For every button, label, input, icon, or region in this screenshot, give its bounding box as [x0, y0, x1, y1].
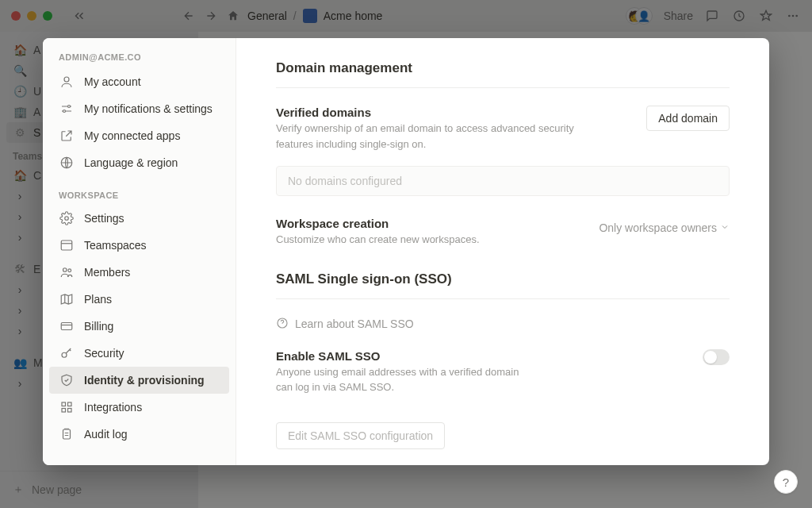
- sidebar-item-teamspaces[interactable]: Teamspaces: [49, 232, 229, 259]
- external-link-icon: [59, 128, 75, 144]
- sidebar-item-members[interactable]: Members: [49, 259, 229, 286]
- svg-rect-16: [62, 409, 66, 413]
- sidebar-item-label: Audit log: [84, 428, 127, 441]
- svg-point-13: [62, 352, 67, 357]
- help-circle-icon: [276, 317, 289, 332]
- teamspace-icon: [59, 237, 75, 253]
- grid-icon: [59, 399, 75, 415]
- sidebar-section-workspace: WORKSPACE: [49, 176, 229, 205]
- people-icon: [59, 264, 75, 280]
- sidebar-item-label: Settings: [84, 212, 124, 225]
- verified-domains-row: Verified domains Verify ownership of an …: [276, 106, 730, 152]
- select-value: Only workspace owners: [599, 221, 717, 234]
- svg-point-4: [64, 77, 69, 82]
- avatar-icon: [59, 74, 75, 90]
- workspace-creation-title: Workspace creation: [276, 217, 480, 230]
- shield-check-icon: [59, 372, 75, 388]
- sidebar-item-security[interactable]: Security: [49, 340, 229, 367]
- chevron-down-icon: [720, 221, 730, 234]
- settings-sidebar: ADMIN@ACME.CO My account My notification…: [43, 38, 236, 465]
- divider: [276, 87, 730, 88]
- gear-icon: [59, 210, 75, 226]
- sidebar-item-identity-provisioning[interactable]: Identity & provisioning: [49, 367, 229, 394]
- workspace-creation-row: Workspace creation Customize who can cre…: [276, 217, 730, 248]
- sidebar-item-label: My connected apps: [84, 129, 180, 142]
- sidebar-item-billing[interactable]: Billing: [49, 313, 229, 340]
- sidebar-item-integrations[interactable]: Integrations: [49, 394, 229, 421]
- svg-rect-14: [62, 402, 66, 406]
- sidebar-item-connected-apps[interactable]: My connected apps: [49, 122, 229, 149]
- workspace-creation-desc: Customize who can create new workspaces.: [276, 232, 480, 248]
- map-icon: [59, 291, 75, 307]
- sidebar-item-settings[interactable]: Settings: [49, 205, 229, 232]
- account-email-label: ADMIN@ACME.CO: [49, 52, 229, 68]
- sso-section: SAML Single sign-on (SSO) Learn about SA…: [276, 271, 730, 449]
- sso-title: SAML Single sign-on (SSO): [276, 271, 730, 287]
- domains-empty-state: No domains configured: [276, 166, 730, 196]
- sidebar-item-label: Plans: [84, 293, 112, 306]
- settings-content: Domain management Verified domains Verif…: [236, 38, 769, 465]
- sidebar-item-label: Identity & provisioning: [84, 374, 205, 387]
- globe-icon: [59, 155, 75, 171]
- sidebar-item-language[interactable]: Language & region: [49, 149, 229, 176]
- sidebar-item-label: My notifications & settings: [84, 102, 213, 115]
- svg-point-6: [63, 110, 66, 113]
- workspace-creation-select[interactable]: Only workspace owners: [599, 217, 730, 234]
- enable-sso-toggle[interactable]: [703, 349, 730, 365]
- svg-point-11: [68, 269, 71, 272]
- svg-point-10: [63, 268, 67, 272]
- page-title: Domain management: [276, 60, 730, 76]
- learn-sso-label: Learn about SAML SSO: [295, 318, 414, 330]
- clipboard-icon: [59, 426, 75, 442]
- enable-sso-desc: Anyone using email addresses with a veri…: [276, 364, 538, 395]
- svg-rect-17: [68, 409, 72, 413]
- sidebar-item-my-account[interactable]: My account: [49, 68, 229, 95]
- sidebar-item-label: Billing: [84, 320, 113, 333]
- svg-rect-12: [61, 323, 72, 330]
- divider: [276, 298, 730, 299]
- sidebar-item-label: Security: [84, 347, 124, 360]
- card-icon: [59, 318, 75, 334]
- svg-rect-18: [63, 429, 71, 439]
- svg-rect-15: [68, 402, 72, 406]
- help-label: ?: [783, 475, 789, 489]
- sidebar-item-label: Members: [84, 266, 130, 279]
- enable-sso-title: Enable SAML SSO: [276, 349, 538, 363]
- verified-domains-desc: Verify ownership of an email domain to a…: [276, 121, 593, 152]
- help-button[interactable]: ?: [774, 470, 798, 494]
- sliders-icon: [59, 101, 75, 117]
- sidebar-item-label: Teamspaces: [84, 239, 147, 252]
- svg-rect-9: [61, 241, 72, 250]
- learn-sso-link[interactable]: Learn about SAML SSO: [276, 317, 730, 332]
- settings-modal: ADMIN@ACME.CO My account My notification…: [43, 38, 769, 465]
- sidebar-item-audit-log[interactable]: Audit log: [49, 421, 229, 448]
- sidebar-item-plans[interactable]: Plans: [49, 286, 229, 313]
- sidebar-item-label: My account: [84, 75, 141, 88]
- key-icon: [59, 345, 75, 361]
- sidebar-item-my-notifications[interactable]: My notifications & settings: [49, 95, 229, 122]
- verified-domains-title: Verified domains: [276, 106, 593, 119]
- sidebar-item-label: Language & region: [84, 156, 178, 169]
- edit-sso-config-button[interactable]: Edit SAML SSO configuration: [276, 422, 445, 449]
- svg-point-5: [68, 106, 71, 108]
- enable-sso-row: Enable SAML SSO Anyone using email addre…: [276, 349, 730, 395]
- svg-point-8: [65, 217, 69, 221]
- add-domain-button[interactable]: Add domain: [646, 106, 730, 131]
- sidebar-item-label: Integrations: [84, 401, 142, 414]
